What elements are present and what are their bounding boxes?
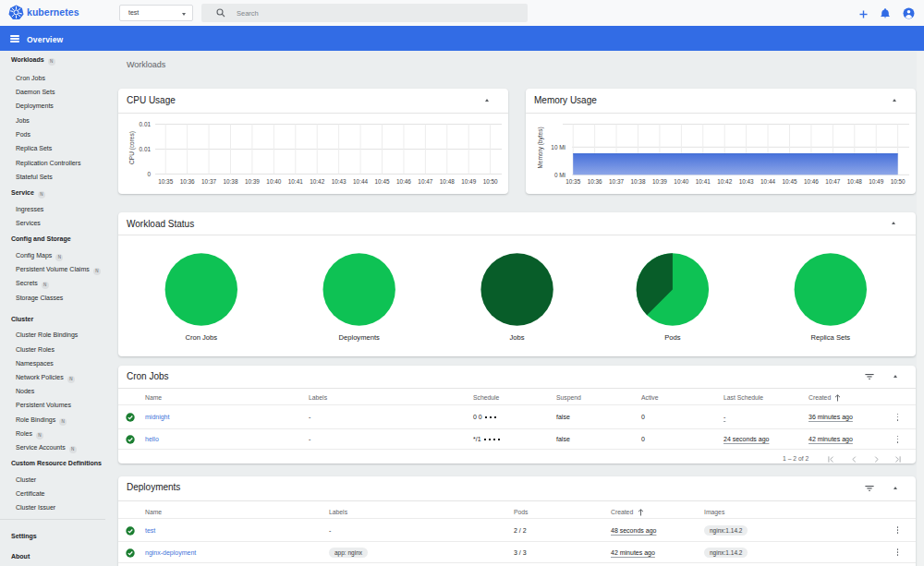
svg-text:10:35: 10:35 <box>565 178 580 185</box>
svg-text:0.01: 0.01 <box>140 121 152 127</box>
svg-text:10:45: 10:45 <box>375 178 390 185</box>
svg-text:CPU (cores): CPU (cores) <box>128 131 136 164</box>
svg-text:10:39: 10:39 <box>652 178 667 185</box>
svg-text:10:49: 10:49 <box>461 178 476 185</box>
svg-text:10:47: 10:47 <box>825 178 840 185</box>
svg-text:10:38: 10:38 <box>223 178 237 185</box>
svg-text:0: 0 <box>147 171 151 177</box>
svg-text:0 Mi: 0 Mi <box>554 172 565 178</box>
svg-text:10 Mi: 10 Mi <box>551 144 565 151</box>
svg-text:10:46: 10:46 <box>804 178 819 185</box>
svg-text:10:37: 10:37 <box>609 178 624 185</box>
svg-text:10:37: 10:37 <box>201 178 216 185</box>
svg-text:10:44: 10:44 <box>353 178 368 185</box>
svg-text:10:47: 10:47 <box>418 178 432 185</box>
svg-text:10:43: 10:43 <box>332 178 346 185</box>
svg-text:10:39: 10:39 <box>245 178 260 185</box>
svg-text:10:41: 10:41 <box>696 178 711 185</box>
svg-text:Memory (bytes): Memory (bytes) <box>537 126 544 168</box>
svg-text:0.01: 0.01 <box>140 146 152 152</box>
svg-text:10:44: 10:44 <box>760 178 775 185</box>
svg-text:10:50: 10:50 <box>891 178 906 185</box>
svg-text:10:50: 10:50 <box>483 178 498 185</box>
svg-text:10:42: 10:42 <box>717 178 732 185</box>
svg-text:10:40: 10:40 <box>674 178 688 185</box>
svg-text:10:36: 10:36 <box>180 178 195 185</box>
svg-text:10:48: 10:48 <box>440 178 455 185</box>
svg-text:10:40: 10:40 <box>266 178 281 185</box>
svg-text:10:35: 10:35 <box>158 178 173 185</box>
svg-text:10:38: 10:38 <box>630 178 645 185</box>
svg-text:10:49: 10:49 <box>869 178 883 185</box>
svg-text:10:48: 10:48 <box>847 178 862 185</box>
svg-text:10:46: 10:46 <box>396 178 411 185</box>
svg-text:10:43: 10:43 <box>739 178 754 185</box>
svg-text:10:41: 10:41 <box>288 178 303 185</box>
svg-text:10:45: 10:45 <box>783 178 797 185</box>
svg-text:10:42: 10:42 <box>310 178 324 185</box>
svg-text:10:36: 10:36 <box>588 178 602 185</box>
